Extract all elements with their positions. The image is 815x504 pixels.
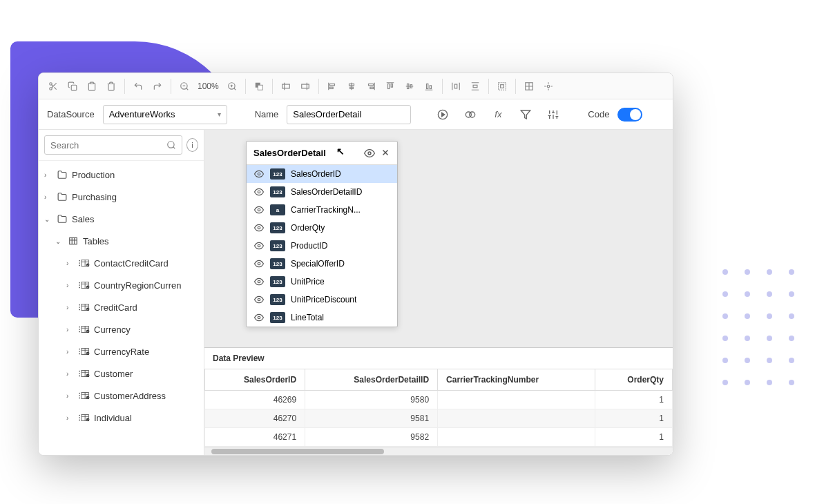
type-badge: 123 <box>270 186 285 197</box>
column-header[interactable]: SalesOrderID <box>205 369 305 391</box>
table-row[interactable]: 4627195821 <box>205 428 673 447</box>
svg-rect-43 <box>473 85 477 88</box>
eye-icon[interactable] <box>253 295 265 304</box>
eye-icon[interactable] <box>253 223 265 233</box>
field-row[interactable]: 123ProductID <box>247 237 397 255</box>
zoom-in-icon[interactable] <box>223 77 241 95</box>
bring-front-icon[interactable] <box>250 77 268 95</box>
svg-rect-30 <box>387 84 389 88</box>
undo-icon[interactable] <box>129 77 147 95</box>
field-row[interactable]: 123SalesOrderID <box>247 165 397 183</box>
name-input[interactable] <box>287 105 411 124</box>
copy-icon[interactable] <box>64 77 82 95</box>
svg-line-8 <box>186 88 189 90</box>
eye-icon[interactable] <box>253 241 265 251</box>
eye-icon[interactable] <box>253 313 265 322</box>
play-icon[interactable] <box>433 105 452 124</box>
expand-h-icon[interactable] <box>277 77 295 95</box>
tree-item-tables[interactable]: ⌄Tables <box>39 230 204 252</box>
tree-item-customer[interactable]: ›Customer <box>39 362 204 385</box>
tree-item-label: ContactCreditCard <box>94 258 169 269</box>
tree-item-currencyrate[interactable]: ›CurrencyRate <box>39 340 204 362</box>
svg-point-97 <box>79 331 80 333</box>
eye-icon[interactable] <box>253 277 265 287</box>
field-name: ProductID <box>291 241 390 251</box>
align-middle-icon[interactable] <box>401 77 419 95</box>
field-row[interactable]: aCarrierTrackingN... <box>247 201 397 219</box>
tree-item-contactcreditcard[interactable]: ›ContactCreditCard <box>39 252 204 274</box>
align-top-icon[interactable] <box>381 77 399 95</box>
field-row[interactable]: 123LineTotal <box>247 309 397 327</box>
field-name: UnitPrice <box>291 277 390 287</box>
type-badge: 123 <box>270 294 285 305</box>
distribute-h-icon[interactable] <box>447 77 465 95</box>
svg-point-1 <box>50 87 52 90</box>
type-badge: 123 <box>270 258 285 269</box>
cursor-icon: ↖ <box>336 146 345 157</box>
merge-icon[interactable] <box>461 105 480 124</box>
svg-rect-5 <box>71 85 77 90</box>
tree-item-individual[interactable]: ›Individual <box>39 407 204 429</box>
horizontal-scrollbar[interactable] <box>204 447 673 455</box>
svg-point-116 <box>79 393 80 394</box>
field-row[interactable]: 123OrderQty <box>247 219 397 237</box>
align-center-h-icon[interactable] <box>343 77 361 95</box>
sliders-icon[interactable] <box>544 105 563 124</box>
cut-icon[interactable] <box>44 77 62 95</box>
column-header[interactable]: SalesOrderDetailID <box>305 369 438 391</box>
filter-icon[interactable] <box>516 105 535 124</box>
redo-icon[interactable] <box>148 77 166 95</box>
delete-icon[interactable] <box>102 77 120 95</box>
field-row[interactable]: 123UnitPriceDiscount <box>247 291 397 309</box>
field-row[interactable]: 123SalesOrderDetailID <box>247 183 397 201</box>
info-icon[interactable]: i <box>186 138 198 152</box>
tree-item-creditcard[interactable]: ›CreditCard <box>39 296 204 318</box>
align-left-icon[interactable] <box>323 77 341 95</box>
tree-item-production[interactable]: ›Production <box>39 164 204 186</box>
entity-card[interactable]: SalesOrderDetail ↖ 123SalesOrderID123Sal… <box>246 141 398 327</box>
tree-item-customeraddress[interactable]: ›CustomerAddress <box>39 385 204 407</box>
field-name: UnitPriceDiscount <box>291 295 390 304</box>
fit-icon[interactable] <box>493 77 511 95</box>
svg-point-101 <box>86 330 90 333</box>
tree-item-purchasing[interactable]: ›Purchasing <box>39 186 204 208</box>
align-bottom-icon[interactable] <box>420 77 438 95</box>
table-row[interactable]: 4626995801 <box>205 391 673 409</box>
tree-item-sales[interactable]: ⌄Sales <box>39 208 204 230</box>
chevron-icon: › <box>66 414 75 422</box>
tree-item-countryregioncurren[interactable]: ›CountryRegionCurren <box>39 274 204 296</box>
eye-icon[interactable] <box>253 205 265 215</box>
table-icon <box>79 258 90 268</box>
decorative-dots <box>722 269 794 385</box>
field-row[interactable]: 123SpecialOfferID <box>247 255 397 273</box>
svg-point-89 <box>79 307 80 308</box>
table-cell: 1 <box>595 391 673 409</box>
eye-icon[interactable] <box>253 259 265 269</box>
field-row[interactable]: 123UnitPrice <box>247 273 397 291</box>
zoom-out-icon[interactable] <box>175 77 193 95</box>
search-input[interactable] <box>50 140 166 151</box>
table-row[interactable]: 4627095811 <box>205 409 673 428</box>
eye-icon[interactable] <box>364 148 375 159</box>
entity-header[interactable]: SalesOrderDetail ↖ <box>247 142 397 165</box>
type-badge: 123 <box>270 312 285 323</box>
datasource-select[interactable]: AdventureWorks ▾ <box>103 105 227 124</box>
snap-icon[interactable] <box>539 77 557 95</box>
close-icon[interactable] <box>381 148 390 159</box>
table-cell: 46269 <box>205 391 305 409</box>
paste-icon[interactable] <box>83 77 101 95</box>
code-toggle[interactable] <box>617 108 642 122</box>
column-header[interactable]: CarrierTrackingNumber <box>438 369 595 391</box>
column-header[interactable]: OrderQty <box>595 369 673 391</box>
eye-icon[interactable] <box>253 169 265 179</box>
search-box[interactable] <box>44 135 182 155</box>
tree-item-currency[interactable]: ›Currency <box>39 318 204 340</box>
svg-point-136 <box>258 226 260 229</box>
eye-icon[interactable] <box>253 187 265 197</box>
fx-icon[interactable]: fx <box>488 105 508 124</box>
grid-icon[interactable] <box>520 77 538 95</box>
svg-point-124 <box>79 417 80 418</box>
expand-v-icon[interactable] <box>296 77 314 95</box>
align-right-icon[interactable] <box>362 77 380 95</box>
distribute-v-icon[interactable] <box>466 77 484 95</box>
